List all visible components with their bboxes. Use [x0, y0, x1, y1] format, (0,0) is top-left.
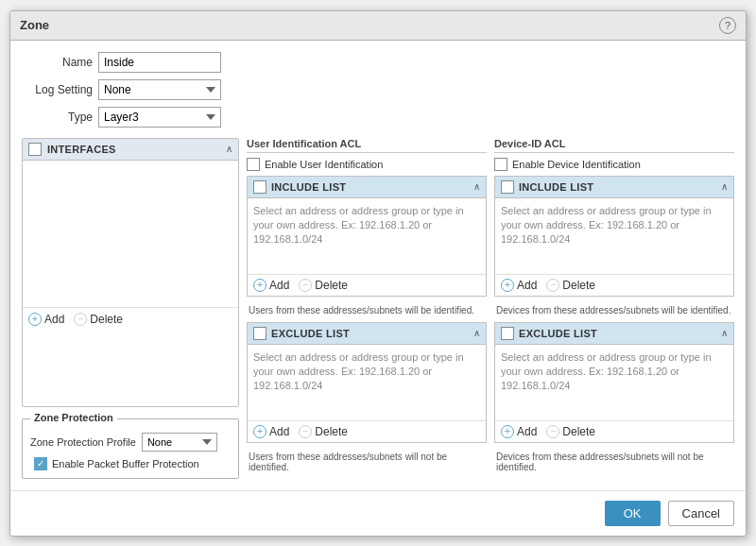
enable-device-id-label: Enable Device Identification: [512, 159, 641, 170]
device-id-exclude-checkbox[interactable]: [501, 327, 514, 340]
name-row: Name: [22, 52, 734, 73]
device-id-include-delete-button[interactable]: − Delete: [546, 279, 595, 292]
user-id-include-section: INCLUDE LIST ∧ Select an address or addr…: [247, 176, 487, 297]
zone-prot-select[interactable]: None: [142, 433, 217, 452]
user-id-include-checkbox[interactable]: [253, 180, 266, 194]
cancel-button[interactable]: Cancel: [668, 501, 734, 526]
interfaces-title: INTERFACES: [47, 144, 116, 155]
type-select[interactable]: Layer3: [98, 107, 221, 128]
user-id-exclude-header: EXCLUDE LIST ∧: [248, 323, 486, 345]
zone-protection-box: Zone Protection Zone Protection Profile …: [22, 418, 239, 479]
user-id-include-body: Select an address or address group or ty…: [248, 198, 486, 274]
interfaces-body: [23, 161, 238, 307]
dialog-title: Zone: [20, 18, 49, 32]
device-id-exclude-delete-button[interactable]: − Delete: [546, 425, 595, 438]
device-id-include-title: INCLUDE LIST: [519, 181, 593, 193]
interfaces-section: INTERFACES ∧ + Add − Delete: [22, 138, 239, 407]
interfaces-checkbox[interactable]: [28, 143, 42, 156]
user-id-include-add-button[interactable]: + Add: [253, 279, 289, 292]
log-setting-select[interactable]: None: [98, 79, 221, 100]
name-label: Name: [22, 56, 93, 69]
device-id-exclude-title: EXCLUDE LIST: [519, 328, 597, 339]
enable-user-id-row: Enable User Identification: [247, 158, 487, 171]
device-id-include-body: Select an address or address group or ty…: [495, 198, 733, 274]
user-id-exclude-checkbox[interactable]: [253, 327, 266, 340]
device-id-include-chevron: ∧: [721, 181, 728, 192]
interfaces-footer: + Add − Delete: [23, 307, 238, 331]
packet-buffer-label: Enable Packet Buffer Protection: [52, 458, 199, 469]
top-form: Name Log Setting None Type Layer3: [22, 52, 734, 130]
user-id-exclude-footer: + Add − Delete: [248, 420, 486, 442]
user-id-exclude-note: Users from these addresses/subnets will …: [247, 449, 487, 475]
device-id-exclude-note: Devices from these addresses/subnets wil…: [494, 449, 734, 475]
type-row: Type Layer3: [22, 107, 734, 128]
add-circle-icon-4: +: [501, 279, 514, 292]
delete-circle-icon-2: −: [299, 279, 312, 292]
user-id-include-note: Users from these addresses/subnets will …: [247, 302, 487, 318]
delete-circle-icon-4: −: [546, 279, 559, 292]
user-id-include-placeholder: Select an address or address group or ty…: [253, 205, 464, 246]
enable-device-id-row: Enable Device Identification: [494, 158, 734, 171]
user-id-include-footer: + Add − Delete: [248, 274, 486, 296]
delete-circle-icon-5: −: [546, 425, 559, 438]
device-id-include-section: INCLUDE LIST ∧ Select an address or addr…: [494, 176, 734, 297]
help-icon[interactable]: ?: [719, 17, 736, 34]
user-id-exclude-chevron: ∧: [473, 328, 480, 338]
name-input[interactable]: [98, 52, 221, 73]
device-id-include-footer: + Add − Delete: [495, 274, 733, 296]
user-id-include-chevron: ∧: [473, 181, 480, 192]
ok-button[interactable]: OK: [605, 501, 661, 526]
user-id-exclude-title: EXCLUDE LIST: [271, 328, 350, 339]
device-id-exclude-placeholder: Select an address or address group or ty…: [501, 351, 712, 392]
device-id-acl-panel: Device-ID ACL Enable Device Identificati…: [494, 138, 734, 479]
user-id-acl-title: User Identification ACL: [247, 138, 487, 153]
zone-dialog: Zone ? Name Log Setting None Type Layer3: [9, 10, 747, 537]
log-setting-label: Log Setting: [22, 83, 93, 96]
device-id-acl-title: Device-ID ACL: [494, 138, 734, 153]
type-label: Type: [22, 111, 93, 124]
dialog-footer: OK Cancel: [10, 490, 746, 536]
device-id-exclude-body: Select an address or address group or ty…: [495, 345, 733, 420]
interfaces-add-button[interactable]: + Add: [28, 313, 64, 326]
user-id-include-delete-button[interactable]: − Delete: [299, 279, 348, 292]
device-id-exclude-chevron: ∧: [721, 328, 728, 338]
add-circle-icon-2: +: [253, 279, 266, 292]
zone-protection-legend: Zone Protection: [30, 412, 117, 423]
add-circle-icon-5: +: [501, 425, 514, 438]
device-id-exclude-footer: + Add − Delete: [495, 420, 733, 442]
user-id-exclude-add-button[interactable]: + Add: [253, 425, 289, 438]
user-id-exclude-placeholder: Select an address or address group or ty…: [253, 351, 464, 392]
user-id-exclude-body: Select an address or address group or ty…: [248, 345, 486, 420]
interfaces-chevron: ∧: [226, 144, 232, 154]
enable-user-id-checkbox[interactable]: [247, 158, 260, 171]
device-id-include-note: Devices from these addresses/subnets wil…: [494, 302, 734, 318]
interfaces-delete-button[interactable]: − Delete: [74, 313, 123, 326]
device-id-exclude-section: EXCLUDE LIST ∧ Select an address or addr…: [494, 322, 734, 443]
user-id-exclude-section: EXCLUDE LIST ∧ Select an address or addr…: [247, 322, 487, 443]
user-id-include-header: INCLUDE LIST ∧: [248, 177, 486, 198]
device-id-include-placeholder: Select an address or address group or ty…: [501, 205, 712, 246]
enable-user-id-label: Enable User Identification: [265, 159, 383, 170]
zone-prot-label: Zone Protection Profile: [30, 436, 136, 448]
delete-circle-icon: −: [74, 313, 87, 326]
interfaces-header: INTERFACES ∧: [23, 139, 238, 161]
device-id-include-header: INCLUDE LIST ∧: [495, 177, 733, 198]
log-setting-row: Log Setting None: [22, 79, 734, 100]
user-id-include-title: INCLUDE LIST: [271, 181, 346, 193]
dialog-body: Name Log Setting None Type Layer3: [10, 41, 746, 490]
delete-circle-icon-3: −: [299, 425, 312, 438]
zone-prot-row: Zone Protection Profile None: [30, 433, 231, 452]
left-panel: INTERFACES ∧ + Add − Delete: [22, 138, 239, 479]
user-id-acl-panel: User Identification ACL Enable User Iden…: [247, 138, 487, 479]
packet-buffer-checkbox[interactable]: [34, 457, 47, 470]
device-id-include-add-button[interactable]: + Add: [501, 279, 537, 292]
device-id-include-checkbox[interactable]: [501, 180, 514, 194]
dialog-titlebar: Zone ?: [10, 11, 746, 41]
user-id-exclude-delete-button[interactable]: − Delete: [299, 425, 348, 438]
packet-buffer-row: Enable Packet Buffer Protection: [34, 457, 231, 470]
add-circle-icon: +: [28, 313, 42, 326]
enable-device-id-checkbox[interactable]: [494, 158, 507, 171]
device-id-exclude-add-button[interactable]: + Add: [501, 425, 537, 438]
device-id-exclude-header: EXCLUDE LIST ∧: [495, 323, 733, 345]
add-circle-icon-3: +: [253, 425, 266, 438]
